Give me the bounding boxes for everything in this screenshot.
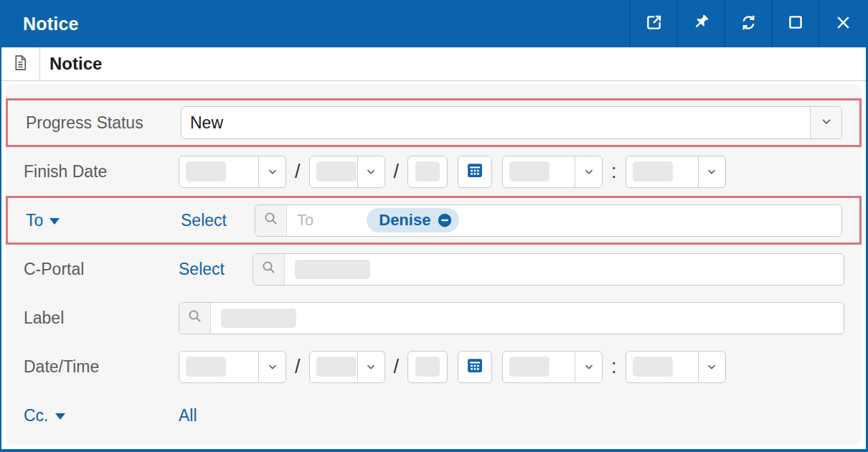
empty-value-placeholder <box>186 161 226 182</box>
finish-date-label: Finish Date <box>6 162 179 182</box>
page-header: Notice <box>1 47 866 81</box>
date-time-calendar-button[interactable] <box>458 351 492 383</box>
chevron-down-icon[interactable] <box>357 156 385 187</box>
chevron-down-icon <box>819 114 834 131</box>
cc-label[interactable]: Cc. <box>6 406 179 425</box>
date-time-year-field[interactable] <box>407 351 448 383</box>
empty-value-placeholder <box>316 357 357 377</box>
form-panel: Progress Status New Finish Date <box>6 84 862 445</box>
row-cc: Cc. All <box>6 391 862 440</box>
refresh-button[interactable] <box>724 0 771 47</box>
c-portal-input-body[interactable] <box>285 254 844 285</box>
maximize-button[interactable] <box>771 0 819 47</box>
empty-value-placeholder <box>415 161 440 182</box>
titlebar: Notice <box>1 0 866 47</box>
time-separator: : <box>611 161 617 183</box>
row-finish-date: Finish Date / / <box>6 147 862 196</box>
open-in-new-window-button[interactable] <box>629 0 676 47</box>
to-label[interactable]: To <box>8 211 181 230</box>
time-separator: : <box>611 356 617 378</box>
search-icon <box>263 210 280 230</box>
progress-status-dropdown-button[interactable] <box>810 107 841 138</box>
finish-date-minute-select[interactable] <box>626 156 726 188</box>
chevron-down-icon[interactable] <box>575 156 602 187</box>
finish-date-hour-select[interactable] <box>502 156 603 188</box>
close-button[interactable] <box>819 0 866 47</box>
empty-value-placeholder <box>633 161 673 182</box>
row-progress-status: Progress Status New <box>6 98 862 147</box>
date-time-controls: / / <box>179 351 844 383</box>
empty-value-placeholder <box>316 161 357 182</box>
finish-date-calendar-button[interactable] <box>458 156 492 188</box>
label-input[interactable] <box>179 302 844 334</box>
window-title: Notice <box>1 0 629 47</box>
chevron-down-icon[interactable] <box>698 352 725 382</box>
pin-icon <box>691 12 711 35</box>
empty-value-placeholder <box>633 357 673 377</box>
c-portal-select-link[interactable]: Select <box>179 260 253 279</box>
date-time-month-select[interactable] <box>179 351 286 383</box>
progress-status-label: Progress Status <box>8 113 181 133</box>
cc-all-link[interactable]: All <box>179 406 253 425</box>
chevron-down-icon[interactable] <box>575 352 602 382</box>
recipient-chip[interactable]: Denise <box>367 208 459 232</box>
chevron-down-icon[interactable] <box>698 156 725 187</box>
caret-down-icon <box>55 413 65 420</box>
label-input-body[interactable] <box>211 303 844 334</box>
empty-value-placeholder <box>186 357 226 377</box>
label-search-button[interactable] <box>179 303 211 334</box>
close-icon <box>834 13 853 35</box>
calendar-icon <box>465 160 485 183</box>
label-field-label: Label <box>6 309 179 328</box>
caret-down-icon <box>49 218 60 225</box>
notice-window: Notice <box>0 0 868 452</box>
to-select-link[interactable]: Select <box>181 211 255 230</box>
calendar-icon <box>465 355 485 378</box>
empty-value-placeholder <box>509 161 549 182</box>
chevron-down-icon[interactable] <box>258 352 286 382</box>
page-title: Notice <box>40 47 102 80</box>
row-to: To Select To Denise <box>6 196 862 245</box>
refresh-icon <box>739 13 758 35</box>
date-time-label: Date/Time <box>6 357 179 377</box>
progress-status-value: New <box>181 107 810 138</box>
search-icon <box>187 308 204 328</box>
date-separator: / <box>394 356 400 378</box>
open-in-new-window-icon <box>644 13 664 35</box>
to-input[interactable]: To Denise <box>255 204 842 237</box>
finish-date-day-select[interactable] <box>309 156 385 188</box>
date-time-minute-select[interactable] <box>626 351 726 383</box>
search-icon <box>260 259 278 279</box>
to-label-text: To <box>26 211 43 230</box>
date-separator: / <box>295 356 301 378</box>
chevron-down-icon[interactable] <box>258 156 286 187</box>
empty-value-placeholder <box>415 357 440 377</box>
progress-status-select[interactable]: New <box>181 106 842 139</box>
document-icon <box>11 53 30 75</box>
date-separator: / <box>394 161 400 183</box>
to-input-body[interactable]: To Denise <box>287 205 841 236</box>
finish-date-month-select[interactable] <box>179 156 286 188</box>
date-time-day-select[interactable] <box>309 351 385 383</box>
pin-button[interactable] <box>676 0 724 47</box>
row-c-portal: C-Portal Select <box>6 245 862 293</box>
to-input-placeholder: To <box>297 211 313 230</box>
c-portal-search-button[interactable] <box>253 254 285 285</box>
row-label: Label <box>6 293 862 342</box>
empty-value-placeholder <box>509 357 549 377</box>
empty-value-placeholder <box>295 260 370 279</box>
recipient-chip-label: Denise <box>379 211 430 230</box>
row-date-time: Date/Time / / <box>6 342 862 391</box>
date-separator: / <box>295 161 301 183</box>
c-portal-label: C-Portal <box>6 260 179 279</box>
maximize-icon <box>786 13 805 34</box>
to-search-button[interactable] <box>255 205 287 236</box>
finish-date-year-field[interactable] <box>407 156 448 188</box>
c-portal-input[interactable] <box>253 253 844 286</box>
remove-recipient-icon[interactable] <box>437 212 453 228</box>
cc-label-text: Cc. <box>24 406 49 425</box>
chevron-down-icon[interactable] <box>357 352 385 382</box>
date-time-hour-select[interactable] <box>502 351 603 383</box>
finish-date-controls: / / <box>179 156 844 188</box>
document-icon-box <box>1 47 40 80</box>
